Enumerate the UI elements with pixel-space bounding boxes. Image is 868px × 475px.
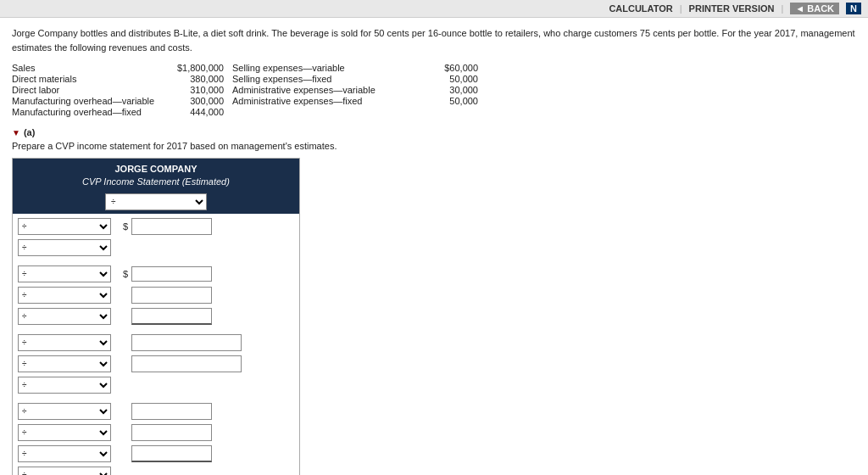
separator1: | [680, 3, 682, 14]
value-sales: $1,800,000 [164, 63, 232, 73]
row12-select[interactable]: ÷ [18, 467, 111, 475]
data-table: Sales $1,800,000 Selling expenses—variab… [12, 63, 856, 117]
value-selling-fixed: 50,000 [419, 74, 487, 84]
row10-input[interactable] [131, 424, 212, 441]
row5-input[interactable] [131, 308, 212, 325]
label-selling-var: Selling expenses—variable [232, 63, 419, 73]
section-a-instruction: Prepare a CVP income statement for 2017 … [12, 141, 856, 151]
form-row-2: ÷ [18, 238, 294, 257]
label-direct-materials: Direct materials [12, 74, 164, 84]
value-mfg-fixed: 444,000 [164, 107, 232, 117]
main-content: Jorge Company bottles and distributes B-… [0, 18, 868, 475]
form-body: ÷ $ ÷ ÷ [13, 214, 299, 475]
cvp-form: JORGE COMPANY CVP Income Statement (Esti… [12, 158, 300, 475]
label-empty [232, 107, 419, 117]
value-direct-labor: 310,000 [164, 85, 232, 95]
triangle-icon: ▼ [12, 128, 20, 137]
row1-input[interactable] [131, 218, 212, 235]
form-title1: JORGE COMPANY [16, 163, 296, 176]
row3-dollar: $ [120, 269, 131, 279]
intro-text: Jorge Company bottles and distributes B-… [12, 26, 856, 54]
form-row-9: ÷ [18, 402, 294, 421]
form-row-10: ÷ [18, 423, 294, 442]
value-admin-var: 30,000 [419, 85, 487, 95]
value-direct-materials: 380,000 [164, 74, 232, 84]
printer-version-link[interactable]: PRINTER VERSION [689, 3, 775, 14]
row1-dollar: $ [120, 221, 131, 232]
label-selling-fixed: Selling expenses—fixed [232, 74, 419, 84]
row9-input[interactable] [131, 403, 212, 420]
top-bar: CALCULATOR | PRINTER VERSION | ◄ BACK N [0, 0, 868, 18]
label-direct-labor: Direct labor [12, 85, 164, 95]
row7-select[interactable]: ÷ [18, 355, 111, 372]
row11-input[interactable] [131, 445, 212, 462]
form-row-5: ÷ [18, 307, 294, 326]
separator2: | [781, 3, 783, 14]
form-row-11: ÷ [18, 444, 294, 463]
row6-select[interactable]: ÷ [18, 334, 111, 351]
row6-input[interactable] [131, 334, 242, 351]
label-admin-var: Administrative expenses—variable [232, 85, 419, 95]
row7-input[interactable] [131, 355, 242, 372]
back-button[interactable]: ◄ BACK [790, 3, 839, 14]
label-mfg-var: Manufacturing overhead—variable [12, 96, 164, 106]
row10-select[interactable]: ÷ [18, 424, 111, 441]
form-row-1: ÷ $ [18, 217, 294, 236]
form-row-3: ÷ $ [18, 265, 294, 283]
row4-select[interactable]: ÷ [18, 287, 111, 304]
value-empty [419, 107, 487, 117]
row3-select[interactable]: ÷ [18, 265, 111, 282]
form-row-7: ÷ [18, 355, 294, 373]
form-row-8: ÷ [18, 376, 294, 394]
form-row-12: ÷ [18, 466, 294, 475]
label-admin-fixed: Administrative expenses—fixed [232, 96, 419, 106]
section-a-label: (a) [24, 127, 35, 137]
row5-select[interactable]: ÷ [18, 308, 111, 325]
value-selling-var: $60,000 [419, 63, 487, 73]
form-row-6: ÷ [18, 333, 294, 352]
row9-select[interactable]: ÷ [18, 403, 111, 420]
value-mfg-var: 300,000 [164, 96, 232, 106]
value-admin-fixed: 50,000 [419, 96, 487, 106]
form-header-dropdown-row: ÷ [13, 193, 299, 214]
row1-select[interactable]: ÷ [18, 218, 111, 235]
section-a-header: ▼ (a) [12, 127, 856, 137]
row3-input[interactable] [131, 266, 212, 282]
header-dropdown[interactable]: ÷ [105, 193, 207, 210]
calculator-link[interactable]: CALCULATOR [609, 3, 672, 14]
row4-input[interactable] [131, 287, 212, 304]
row11-select[interactable]: ÷ [18, 445, 111, 462]
form-row-4: ÷ [18, 286, 294, 305]
label-sales: Sales [12, 63, 164, 73]
row2-select[interactable]: ÷ [18, 239, 111, 256]
form-title2: CVP Income Statement (Estimated) [16, 176, 296, 188]
form-header: JORGE COMPANY CVP Income Statement (Esti… [13, 159, 299, 193]
n-button[interactable]: N [846, 3, 861, 14]
label-mfg-fixed: Manufacturing overhead—fixed [12, 107, 164, 117]
row8-select[interactable]: ÷ [18, 377, 111, 394]
